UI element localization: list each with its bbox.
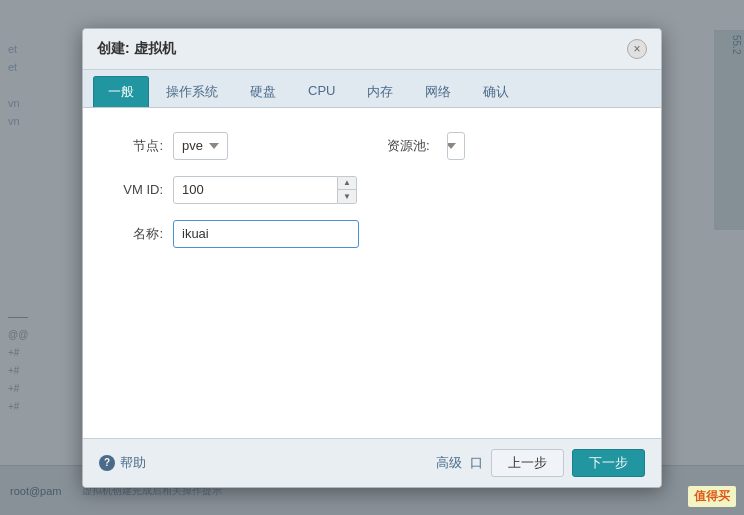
pool-select[interactable] [447,132,465,160]
tab-cpu[interactable]: CPU [293,76,350,107]
dialog-overlay: 创建: 虚拟机 × 一般 操作系统 硬盘 CPU 内存 网络 [0,0,744,515]
node-select[interactable]: pve [173,132,228,160]
footer-right: 高级 口 上一步 下一步 [436,449,645,477]
vmid-decrement[interactable]: ▼ [338,190,356,203]
separator: 口 [470,454,483,472]
help-icon: ? [99,455,115,471]
tab-bar: 一般 操作系统 硬盘 CPU 内存 网络 确认 [83,70,661,108]
tab-memory[interactable]: 内存 [352,76,408,107]
vmid-label: VM ID: [113,182,163,197]
advanced-text: 高级 [436,454,462,472]
name-label: 名称: [113,225,163,243]
vmid-increment[interactable]: ▲ [338,177,356,191]
dialog-footer: ? 帮助 高级 口 上一步 下一步 [83,438,661,487]
node-label: 节点: [113,137,163,155]
tab-general[interactable]: 一般 [93,76,149,107]
name-input[interactable] [173,220,359,248]
dialog-title: 创建: 虚拟机 [97,40,176,58]
vmid-spinner: ▲ ▼ [338,176,357,204]
create-vm-dialog: 创建: 虚拟机 × 一般 操作系统 硬盘 CPU 内存 网络 [82,28,662,488]
tab-confirm[interactable]: 确认 [468,76,524,107]
vmid-input[interactable] [173,176,338,204]
next-button[interactable]: 下一步 [572,449,645,477]
back-button[interactable]: 上一步 [491,449,564,477]
pool-label: 资源池: [387,137,437,155]
tab-disk[interactable]: 硬盘 [235,76,291,107]
help-button[interactable]: ? 帮助 [99,454,146,472]
dialog-body: 节点: pve 资源池: [83,108,661,438]
tab-os[interactable]: 操作系统 [151,76,233,107]
tab-network[interactable]: 网络 [410,76,466,107]
close-button[interactable]: × [627,39,647,59]
dialog-titlebar: 创建: 虚拟机 × [83,29,661,70]
watermark: 值得买 [688,486,736,507]
